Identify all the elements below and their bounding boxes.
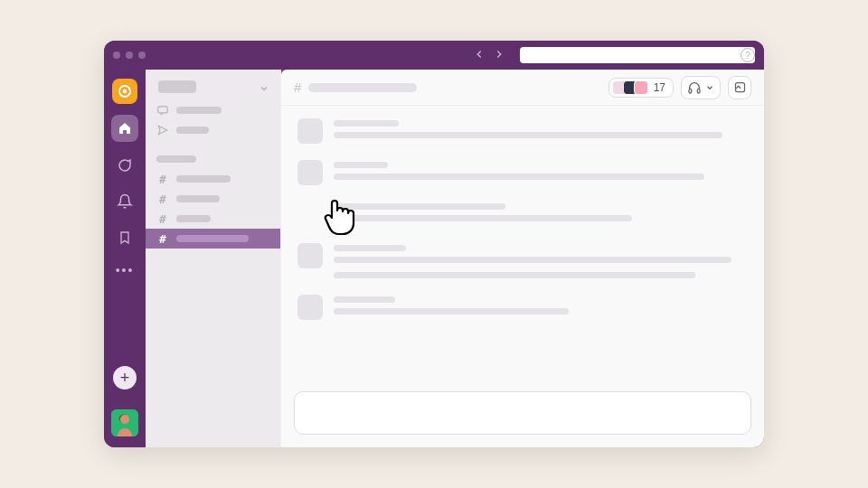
svg-rect-6 [697, 89, 700, 93]
svg-point-1 [123, 89, 127, 94]
history-nav [473, 48, 505, 63]
app-window: ? ••• + [104, 41, 764, 447]
window-controls[interactable] [113, 52, 146, 59]
message-avatar [297, 160, 323, 185]
sidebar-section-channels[interactable] [146, 149, 280, 169]
sidebar-channel-selected[interactable]: # [146, 229, 280, 249]
message[interactable] [297, 295, 748, 320]
search-input[interactable] [520, 47, 755, 63]
avatar [634, 80, 648, 95]
titlebar: ? [104, 41, 764, 70]
svg-rect-5 [689, 89, 692, 93]
rail-later[interactable] [112, 225, 137, 250]
maximize-dot[interactable] [138, 52, 146, 59]
rail-activity[interactable] [112, 189, 137, 214]
hash-icon: # [156, 192, 169, 206]
rail-home[interactable] [111, 115, 138, 142]
user-avatar[interactable] [111, 409, 138, 436]
workspace-switcher[interactable] [112, 79, 137, 104]
member-avatars [612, 80, 648, 95]
compose-button-area [146, 82, 269, 95]
sidebar-channel-3[interactable]: # [146, 209, 280, 229]
huddle-button[interactable] [681, 76, 721, 99]
channel-hash-icon: # [294, 80, 301, 95]
canvas-icon [733, 80, 747, 94]
rail-add-button[interactable]: + [113, 366, 137, 389]
chevron-down-icon [705, 83, 714, 92]
sidebar-item-threads[interactable] [146, 100, 280, 120]
help-icon[interactable]: ? [741, 48, 755, 62]
sidebar-channel-2[interactable]: # [146, 189, 280, 209]
message-composer[interactable] [294, 391, 751, 435]
hash-icon: # [156, 232, 169, 246]
message[interactable] [297, 160, 748, 185]
canvas-button[interactable] [728, 76, 751, 99]
close-dot[interactable] [113, 52, 120, 59]
rail-more[interactable]: ••• [116, 263, 135, 277]
message[interactable] [297, 118, 748, 144]
message-list [281, 106, 764, 384]
sidebar-channel-1[interactable]: # [146, 169, 280, 189]
message-avatar [297, 243, 323, 268]
members-button[interactable]: 17 [609, 78, 674, 98]
message[interactable] [297, 202, 748, 227]
channel-view: # 17 [281, 70, 764, 447]
message-avatar [297, 202, 323, 227]
hash-icon: # [156, 173, 169, 186]
svg-point-3 [120, 415, 129, 424]
hash-icon: # [156, 212, 169, 226]
forward-arrow-icon[interactable] [493, 48, 505, 63]
channel-sidebar: # # # # [146, 70, 281, 447]
nav-rail: ••• + [104, 70, 146, 447]
svg-rect-4 [158, 107, 168, 113]
minimize-dot[interactable] [126, 52, 133, 59]
rail-dm[interactable] [112, 153, 137, 178]
headphones-icon [687, 80, 702, 95]
channel-header: # 17 [281, 70, 764, 106]
channel-name[interactable] [308, 83, 417, 92]
message[interactable] [297, 243, 748, 278]
sidebar-item-drafts[interactable] [146, 120, 280, 140]
message-avatar [297, 118, 323, 144]
message-avatar [297, 295, 323, 320]
member-count: 17 [654, 81, 665, 94]
back-arrow-icon[interactable] [473, 48, 486, 63]
